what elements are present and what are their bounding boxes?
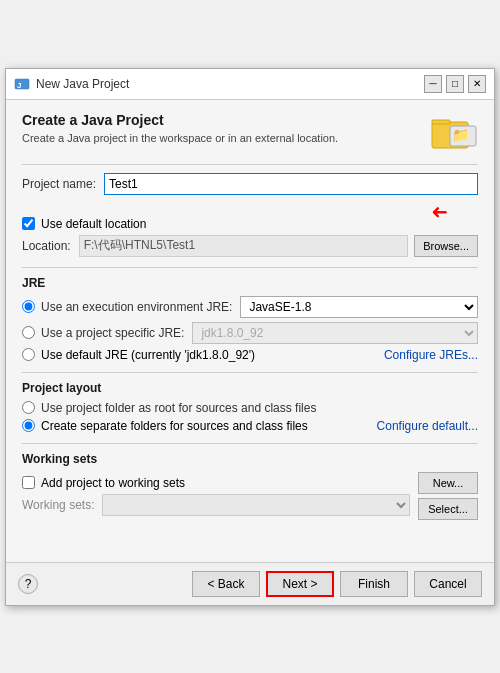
- title-bar-controls: ─ □ ✕: [424, 75, 486, 93]
- jre-option3-radio[interactable]: [22, 348, 35, 361]
- add-working-sets-checkbox[interactable]: [22, 476, 35, 489]
- project-name-section: Project name: ➜ Use default location Loc…: [22, 173, 478, 257]
- close-button[interactable]: ✕: [468, 75, 486, 93]
- select-working-set-button[interactable]: Select...: [418, 498, 478, 520]
- dialog-window: J New Java Project ─ □ ✕ Create a Java P…: [5, 68, 495, 606]
- maximize-button[interactable]: □: [446, 75, 464, 93]
- jre-specific-select[interactable]: jdk1.8.0_92: [192, 322, 478, 344]
- back-button[interactable]: < Back: [192, 571, 260, 597]
- cancel-button[interactable]: Cancel: [414, 571, 482, 597]
- jre-title: JRE: [22, 276, 478, 290]
- project-layout-section: Project layout Use project folder as roo…: [22, 381, 478, 433]
- folder-wizard-icon: 📁: [430, 112, 478, 152]
- title-bar-left: J New Java Project: [14, 76, 129, 92]
- main-content: Create a Java Project Create a Java proj…: [6, 100, 494, 562]
- title-bar: J New Java Project ─ □ ✕: [6, 69, 494, 100]
- bottom-spacer: [22, 530, 478, 550]
- layout-option2-radio[interactable]: [22, 419, 35, 432]
- red-arrow-icon: ➜: [431, 201, 448, 225]
- location-row: Location: Browse...: [22, 235, 478, 257]
- jre-option1-row: Use an execution environment JRE: JavaSE…: [22, 296, 478, 318]
- working-sets-select[interactable]: [102, 494, 410, 516]
- jre-section: JRE Use an execution environment JRE: Ja…: [22, 276, 478, 362]
- jre-option2-radio[interactable]: [22, 326, 35, 339]
- configure-default-link[interactable]: Configure default...: [377, 419, 478, 433]
- help-button[interactable]: ?: [18, 574, 38, 594]
- footer-buttons: < Back Next > Finish Cancel: [192, 571, 482, 597]
- working-sets-divider: [22, 443, 478, 444]
- java-project-icon: J: [14, 76, 30, 92]
- dialog-title: Create a Java Project: [22, 112, 338, 128]
- layout-title: Project layout: [22, 381, 478, 395]
- jre-option1-radio[interactable]: [22, 300, 35, 313]
- svg-rect-3: [432, 120, 450, 124]
- next-button[interactable]: Next >: [266, 571, 334, 597]
- layout-option1-radio[interactable]: [22, 401, 35, 414]
- header-section: Create a Java Project Create a Java proj…: [22, 112, 478, 152]
- working-sets-section: Working sets Add project to working sets…: [22, 452, 478, 520]
- jre-environment-select[interactable]: JavaSE-1.8: [240, 296, 478, 318]
- working-sets-left: Add project to working sets Working sets…: [22, 476, 410, 516]
- svg-text:📁: 📁: [452, 127, 470, 144]
- working-sets-input-row: Working sets:: [22, 494, 410, 516]
- layout-option1-row: Use project folder as root for sources a…: [22, 401, 478, 415]
- location-input[interactable]: [79, 235, 408, 257]
- add-to-working-sets-row: Add project to working sets: [22, 476, 410, 490]
- add-working-sets-label: Add project to working sets: [41, 476, 185, 490]
- layout-option2-row: Create separate folders for sources and …: [22, 419, 478, 433]
- jre-option2-row: Use a project specific JRE: jdk1.8.0_92: [22, 322, 478, 344]
- jre-option3-left: Use default JRE (currently 'jdk1.8.0_92'…: [22, 348, 255, 362]
- finish-button[interactable]: Finish: [340, 571, 408, 597]
- jre-option3-label: Use default JRE (currently 'jdk1.8.0_92'…: [41, 348, 255, 362]
- window-title: New Java Project: [36, 77, 129, 91]
- minimize-button[interactable]: ─: [424, 75, 442, 93]
- project-name-input[interactable]: [104, 173, 478, 195]
- arrow-container: ➜: [22, 201, 448, 225]
- jre-divider: [22, 267, 478, 268]
- layout-option2-label: Create separate folders for sources and …: [41, 419, 308, 433]
- jre-option1-label: Use an execution environment JRE:: [41, 300, 232, 314]
- layout-option1-label: Use project folder as root for sources a…: [41, 401, 316, 415]
- project-name-row: Project name:: [22, 173, 478, 195]
- browse-button[interactable]: Browse...: [414, 235, 478, 257]
- layout-option2-left: Create separate folders for sources and …: [22, 419, 308, 433]
- working-sets-label: Working sets:: [22, 498, 94, 512]
- header-divider: [22, 164, 478, 165]
- working-sets-row: Add project to working sets Working sets…: [22, 472, 478, 520]
- working-sets-title: Working sets: [22, 452, 478, 466]
- configure-jres-link[interactable]: Configure JREs...: [384, 348, 478, 362]
- project-name-label: Project name:: [22, 177, 96, 191]
- location-label: Location:: [22, 239, 71, 253]
- new-working-set-button[interactable]: New...: [418, 472, 478, 494]
- layout-divider: [22, 372, 478, 373]
- jre-option2-label: Use a project specific JRE:: [41, 326, 184, 340]
- header-text: Create a Java Project Create a Java proj…: [22, 112, 338, 144]
- svg-text:J: J: [17, 81, 21, 90]
- working-sets-right: New... Select...: [418, 472, 478, 520]
- dialog-subtitle: Create a Java project in the workspace o…: [22, 132, 338, 144]
- jre-option3-row: Use default JRE (currently 'jdk1.8.0_92'…: [22, 348, 478, 362]
- dialog-footer: ? < Back Next > Finish Cancel: [6, 562, 494, 605]
